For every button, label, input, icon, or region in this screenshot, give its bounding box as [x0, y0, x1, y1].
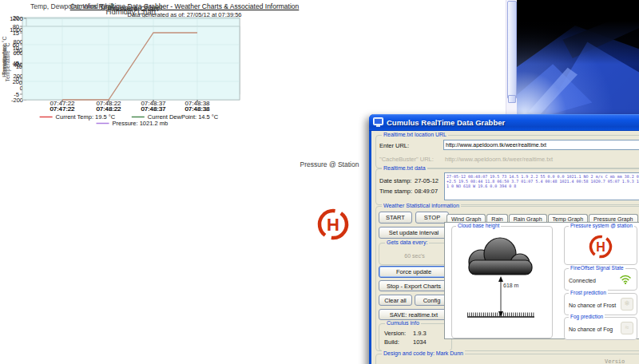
pressure-system-label: Pressure system @ station	[569, 223, 634, 228]
cloud-illustration	[454, 233, 550, 337]
realtime-data-box[interactable]: 27-05-12 08:48:07 19.5 73 14.5 1.9 2.2 5…	[444, 172, 639, 200]
date-stamp-value: 27-05-12	[415, 177, 439, 184]
signal-state-label: FineOffset Signal State	[569, 265, 625, 271]
version-text: Versio	[605, 358, 625, 364]
stat-group-label: Weather Statistical information	[382, 203, 461, 208]
fog-status: No chance of Fog	[569, 326, 613, 332]
cloud-height-value: 618 m	[503, 283, 518, 288]
data-group-label: Realtime.txt data	[382, 165, 427, 171]
svg-text:H: H	[596, 240, 605, 254]
url-group: Realtime.txt location URL Enter URL: "Ca…	[375, 135, 639, 168]
fog-prediction-label: Fog prediction	[569, 314, 605, 319]
start-button[interactable]: START	[379, 212, 412, 224]
pressure-high-icon: H	[588, 234, 613, 259]
time-stamp-value: 08:49:07	[415, 188, 438, 195]
signal-status: Connected	[569, 278, 596, 283]
time-stamp-label: Time stamp:	[379, 188, 412, 195]
graph-tabs: Wind GraphRainRain GraphTemp GraphPressu…	[447, 210, 639, 223]
enter-url-label: Enter URL:	[379, 142, 409, 149]
gets-data-value: 60 sec's	[379, 253, 450, 259]
wallpaper-shade	[516, 0, 639, 117]
svg-text:80: 80	[13, 23, 19, 30]
window-title: Cumulus RealTime Data Grabber	[387, 118, 505, 127]
cloud-panel-label: Cloud base height	[456, 223, 501, 228]
url-group-label: Realtime.txt location URL	[382, 132, 448, 137]
version-label: Version:	[384, 330, 406, 337]
svg-text:07:48:22: 07:48:22	[96, 105, 121, 113]
svg-text:H: H	[327, 215, 339, 235]
force-update-button[interactable]: Force update	[379, 266, 449, 278]
cumulus-info-label: Cumulus info	[385, 320, 421, 326]
build-value: 1034	[413, 338, 427, 346]
signal-state-panel: FineOffset Signal State Connected	[564, 268, 637, 291]
wifi-signal-icon	[619, 273, 632, 287]
credits-label: Design and code by: Mark Dunn	[382, 350, 465, 356]
fog-icon: ≈	[621, 322, 633, 334]
fog-prediction-panel: Fog prediction No chance of Fog ≈	[564, 317, 637, 340]
clear-all-button[interactable]: Clear all	[379, 295, 412, 306]
footer-group: Design and code by: Mark Dunn Versio	[375, 354, 639, 364]
snowflake-icon: ❄	[621, 298, 633, 311]
version-value: 1.9.3	[413, 330, 427, 337]
window-titlebar[interactable]: Cumulus RealTime Data Grabber	[369, 114, 639, 131]
svg-text:07:48:37: 07:48:37	[141, 105, 166, 113]
svg-text:40: 40	[13, 60, 19, 67]
app-icon	[373, 116, 383, 130]
scrollbar-thumb[interactable]	[507, 1, 517, 99]
pressure-high-icon: H	[315, 206, 351, 243]
cumulus-info-group: Cumulus info Version: 1.9.3 Build: 1034	[379, 323, 452, 351]
svg-text:60: 60	[13, 42, 19, 49]
scrollbar-grip[interactable]	[508, 95, 516, 103]
cachebuster-value: http://www.apeldoorn.tk/weer/realtime.tx…	[445, 156, 553, 163]
gets-data-label: Gets data every:	[385, 239, 429, 245]
save-realtime-button[interactable]: SAVE: realtime.txt	[379, 309, 449, 320]
desktop-wallpaper	[516, 0, 639, 117]
page-scrollbar[interactable]	[506, 0, 517, 117]
export-charts-button[interactable]: Stop - Export Charts	[379, 280, 449, 291]
pressure-system-panel: Pressure system @ station H	[564, 226, 637, 265]
data-grabber-window: Cumulus RealTime Data Grabber Realtime.t…	[369, 114, 639, 364]
svg-text:20: 20	[13, 78, 19, 85]
svg-text:Humidity Chart: Humidity Chart	[106, 7, 157, 16]
frost-prediction-panel: Frost prediction No chance of Frost ❄	[564, 293, 637, 315]
humidity-chart: 8060402007:47:2207:48:2207:48:3707:48:38…	[0, 0, 256, 143]
gets-data-group: Gets data every: 60 sec's	[379, 243, 450, 265]
cachebuster-label: "CacheBuster" URL:	[379, 156, 434, 163]
screen: Cumulus Realtime Data Grabber - Weather …	[0, 0, 639, 364]
svg-text:07:47:22: 07:47:22	[50, 105, 75, 113]
data-group: Realtime.txt data Date stamp: 27-05-12 T…	[375, 168, 639, 205]
url-input[interactable]	[443, 140, 639, 150]
svg-text:Humidity %: Humidity %	[2, 49, 8, 77]
svg-text:07:48:38: 07:48:38	[185, 105, 210, 113]
frost-status: No chance of Frost	[569, 303, 616, 308]
cloud-base-height-panel: Cloud base height 618 m	[451, 226, 553, 338]
set-update-interval-button[interactable]: Set update interval	[379, 227, 449, 239]
build-label: Build:	[384, 338, 399, 346]
frost-prediction-label: Frost prediction	[569, 290, 608, 295]
date-stamp-label: Date stamp:	[379, 177, 411, 184]
